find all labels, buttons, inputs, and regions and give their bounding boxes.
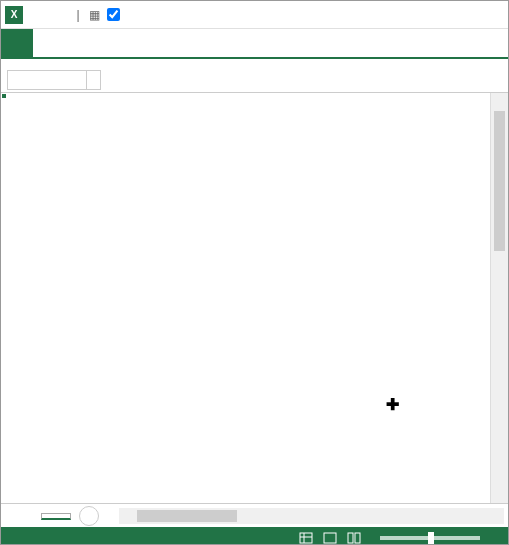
border-icon[interactable]: ▦ <box>84 5 104 25</box>
title-bar: X | ▦ <box>1 1 508 29</box>
ribbon-display-options[interactable] <box>392 4 420 26</box>
normal-view-button[interactable] <box>295 529 317 545</box>
tab-formulas[interactable] <box>105 29 129 57</box>
selection-border <box>1 93 5 97</box>
name-box-dropdown[interactable] <box>87 70 101 90</box>
svg-rect-3 <box>324 533 336 543</box>
zoom-slider[interactable] <box>380 536 480 540</box>
gridlines-checkbox[interactable] <box>107 8 120 21</box>
svg-rect-4 <box>348 533 353 543</box>
minimize-button[interactable] <box>420 4 448 26</box>
scroll-down-arrow[interactable] <box>491 487 508 503</box>
scroll-up-arrow[interactable] <box>491 93 508 109</box>
new-sheet-button[interactable] <box>79 506 99 526</box>
close-button[interactable] <box>476 4 504 26</box>
sheet-nav-next[interactable] <box>19 505 37 527</box>
spreadsheet-grid: ✚ <box>1 93 508 503</box>
formula-enter-button <box>143 70 165 90</box>
zoom-slider-thumb[interactable] <box>428 532 434 544</box>
redo-button[interactable] <box>52 5 72 25</box>
horizontal-scroll-thumb[interactable] <box>137 510 237 522</box>
sheet-nav-prev[interactable] <box>1 505 19 527</box>
page-break-view-button[interactable] <box>343 529 365 545</box>
sheet-tabs-row <box>1 503 508 527</box>
cursor-crosshair-icon: ✚ <box>386 395 399 414</box>
tab-insert[interactable] <box>57 29 81 57</box>
svg-rect-0 <box>300 533 312 543</box>
formula-bar <box>1 67 508 93</box>
svg-rect-5 <box>355 533 360 543</box>
qat-separator: | <box>74 5 82 25</box>
formula-input[interactable] <box>195 70 488 90</box>
status-bar <box>1 527 508 545</box>
name-box[interactable] <box>7 70 87 90</box>
maximize-button[interactable] <box>448 4 476 26</box>
sheet-tab-sheet1[interactable] <box>41 513 71 520</box>
tab-page-layout[interactable] <box>81 29 105 57</box>
page-layout-view-button[interactable] <box>319 529 341 545</box>
tab-view[interactable] <box>177 29 201 57</box>
horizontal-scrollbar[interactable] <box>119 508 504 524</box>
tab-data[interactable] <box>129 29 153 57</box>
tab-home[interactable] <box>33 29 57 57</box>
qat-dropdown[interactable] <box>127 5 147 25</box>
help-button[interactable] <box>364 4 392 26</box>
undo-button[interactable] <box>30 5 50 25</box>
excel-app-icon: X <box>5 6 23 24</box>
formula-cancel-button <box>117 70 139 90</box>
insert-function-button[interactable] <box>169 70 191 90</box>
tab-review[interactable] <box>153 29 177 57</box>
file-tab[interactable] <box>1 29 33 57</box>
vertical-scroll-thumb[interactable] <box>494 111 505 251</box>
vertical-scrollbar[interactable] <box>490 93 508 503</box>
tab-addins[interactable] <box>201 29 225 57</box>
ribbon-tabs <box>1 29 508 59</box>
fill-handle[interactable] <box>1 93 7 99</box>
